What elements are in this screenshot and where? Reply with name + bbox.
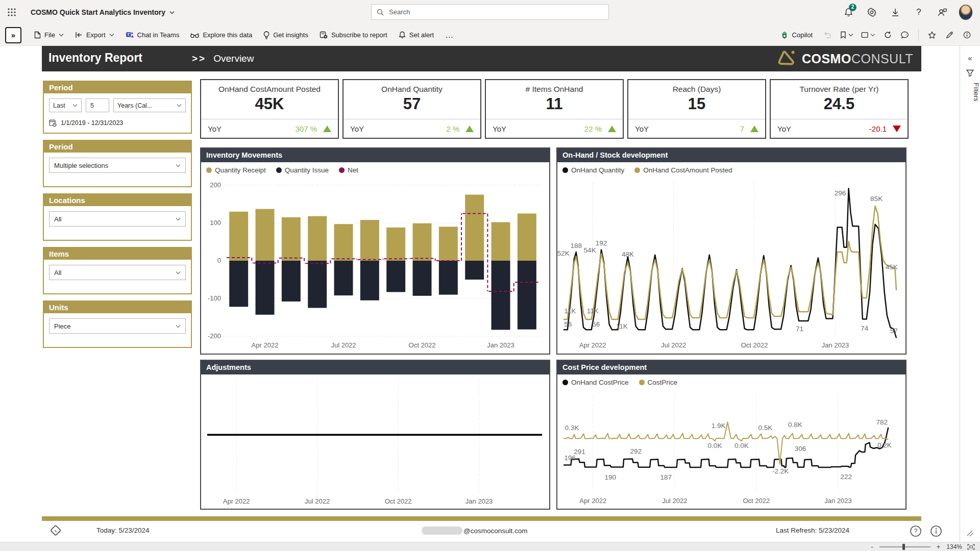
period-count-input[interactable]	[86, 98, 109, 112]
legend-item[interactable]: CostPrice	[639, 379, 678, 386]
export-menu[interactable]: Export	[69, 27, 120, 43]
feedback-button[interactable]	[932, 2, 952, 22]
bar-quantity-receipt[interactable]	[492, 222, 510, 261]
period-unit-select[interactable]: Years (Cal...	[113, 98, 186, 112]
bar-quantity-issue[interactable]	[282, 261, 301, 302]
refresh-button[interactable]	[879, 27, 896, 43]
report-view-actions: Copilot	[775, 27, 975, 43]
kpi-yoy-label: YoY	[208, 124, 222, 133]
account-button[interactable]	[955, 2, 976, 22]
legend-item[interactable]: OnHand CostPrice	[562, 379, 629, 386]
zoom-out-button[interactable]: -	[870, 544, 874, 550]
zoom-slider[interactable]	[879, 546, 930, 547]
bar-quantity-receipt[interactable]	[413, 223, 432, 261]
chat-in-teams-button[interactable]: T Chat in Teams	[120, 27, 185, 43]
settings-button[interactable]	[862, 2, 882, 22]
bar-quantity-receipt[interactable]	[360, 220, 379, 261]
cost-price-plot[interactable]: Apr 2022Jul 2022Oct 2022Jan 20230.3K2912…	[557, 390, 904, 507]
chart-adjustments[interactable]: Adjustments Apr 2022Jul 2022Oct 2022Jan …	[200, 360, 550, 510]
comments-button[interactable]	[897, 27, 913, 43]
file-menu[interactable]: File	[29, 27, 69, 43]
copilot-button[interactable]: Copilot	[775, 27, 818, 43]
chart-title: On-Hand / Stock development	[557, 148, 905, 162]
bar-quantity-receipt[interactable]	[256, 209, 275, 261]
units-select[interactable]: Piece	[49, 318, 186, 334]
get-insights-button[interactable]: Get insights	[258, 27, 314, 43]
explore-data-button[interactable]: Explore this data	[185, 27, 258, 43]
bar-quantity-issue[interactable]	[439, 261, 458, 295]
filters-funnel-button[interactable]	[960, 69, 980, 79]
kpi-card-turnover-rate[interactable]: Turnover Rate (per Yr) 24.5 YoY -20.1	[770, 79, 909, 139]
bar-quantity-issue[interactable]	[492, 261, 510, 330]
bar-quantity-issue[interactable]	[229, 261, 248, 307]
info-button[interactable]	[959, 27, 975, 43]
bar-quantity-receipt[interactable]	[465, 195, 484, 261]
expand-pane-button[interactable]: »	[5, 27, 21, 43]
legend-item[interactable]: Quantity Receipt	[206, 166, 266, 174]
download-app-button[interactable]	[885, 2, 905, 22]
global-search[interactable]	[371, 4, 609, 20]
bar-quantity-receipt[interactable]	[308, 216, 327, 261]
kpi-card-onhand-quantity[interactable]: OnHand Quantity 57 YoY 2 %	[342, 79, 481, 139]
onhand-stock-plot[interactable]: Apr 2022Jul 2022Oct 2022Jan 202318819252…	[557, 178, 904, 352]
search-input[interactable]	[388, 8, 603, 16]
bar-quantity-issue[interactable]	[334, 261, 353, 295]
bar-quantity-issue[interactable]	[256, 261, 275, 315]
legend-item[interactable]: OnHand CostAmount Posted	[634, 166, 732, 174]
info-circle-icon[interactable]	[930, 525, 942, 537]
period-select[interactable]: Multiple selections	[49, 158, 186, 173]
view-menu-button[interactable]	[858, 27, 878, 43]
bar-quantity-receipt[interactable]	[229, 212, 248, 261]
bookmarks-button[interactable]	[837, 27, 857, 43]
kpi-card-onhand-costamount[interactable]: OnHand CostAmount Posted 45K YoY 307 %	[200, 79, 339, 139]
line-series-onhand-costprice[interactable]	[564, 428, 888, 467]
line-series-onhand-costamount-posted[interactable]	[564, 206, 896, 319]
export-label: Export	[86, 31, 106, 39]
legend-item[interactable]: OnHand Quantity	[562, 166, 624, 174]
legend-item[interactable]: Quantity Issue	[276, 166, 329, 174]
help-circle-icon[interactable]: ?	[910, 525, 922, 537]
favorite-button[interactable]	[924, 27, 940, 43]
chart-onhand-stock[interactable]: On-Hand / Stock development OnHand Quant…	[556, 147, 906, 355]
bar-quantity-issue[interactable]	[518, 261, 536, 330]
data-label: 74	[861, 324, 869, 332]
workspace-title-menu[interactable]: COSMO Quick Start Analytics Inventory	[31, 8, 175, 16]
bar-quantity-receipt[interactable]	[334, 224, 353, 261]
app-launcher-icon[interactable]	[0, 0, 23, 24]
subscribe-button[interactable]: Subscribe to report	[314, 27, 393, 43]
bar-quantity-issue[interactable]	[360, 261, 379, 300]
set-alert-button[interactable]: Set alert	[393, 27, 439, 43]
bar-quantity-issue[interactable]	[386, 261, 405, 292]
kpi-card-reach-days[interactable]: Reach (Days) 15 YoY 7	[627, 79, 766, 139]
zoom-slider-thumb[interactable]	[902, 544, 905, 550]
info-icon	[963, 31, 971, 39]
bar-quantity-receipt[interactable]	[439, 227, 458, 261]
expand-filters-button[interactable]: «	[960, 53, 980, 63]
edit-button[interactable]	[941, 27, 958, 43]
filters-pane-label[interactable]: Filters	[960, 83, 980, 102]
notifications-button[interactable]: 2	[838, 2, 859, 22]
undo-button[interactable]	[819, 27, 836, 43]
adjustments-plot[interactable]: Apr 2022Jul 2022Oct 2022Jan 2023	[201, 374, 548, 508]
resize-handle-icon[interactable]	[965, 529, 974, 538]
zoom-in-button[interactable]: +	[936, 544, 942, 550]
bar-quantity-receipt[interactable]	[518, 214, 536, 261]
bar-quantity-issue[interactable]	[465, 261, 484, 280]
kpi-yoy-label: YoY	[635, 124, 649, 133]
chart-inventory-movements[interactable]: Inventory Movements Quantity ReceiptQuan…	[200, 147, 550, 355]
chart-cost-price[interactable]: Cost Price development OnHand CostPriceC…	[556, 360, 906, 510]
bar-quantity-issue[interactable]	[413, 261, 432, 296]
fit-to-page-icon[interactable]	[967, 544, 975, 550]
bar-quantity-issue[interactable]	[308, 261, 327, 308]
help-button[interactable]: ?	[909, 2, 929, 22]
locations-select[interactable]: All	[49, 211, 186, 227]
more-options-button[interactable]: …	[439, 27, 459, 43]
legend-item[interactable]: Net	[339, 166, 358, 174]
bar-quantity-receipt[interactable]	[282, 217, 301, 261]
line-series-costprice[interactable]	[564, 422, 888, 464]
period-mode-select[interactable]: Last	[49, 98, 82, 112]
bar-quantity-receipt[interactable]	[386, 228, 405, 261]
kpi-card-items-onhand[interactable]: # Items OnHand 11 YoY 22 %	[485, 79, 624, 139]
items-select[interactable]: All	[49, 265, 186, 280]
inventory-movements-plot[interactable]: 2001000-100-200Apr 2022Jul 2022Oct 2022J…	[201, 178, 548, 352]
